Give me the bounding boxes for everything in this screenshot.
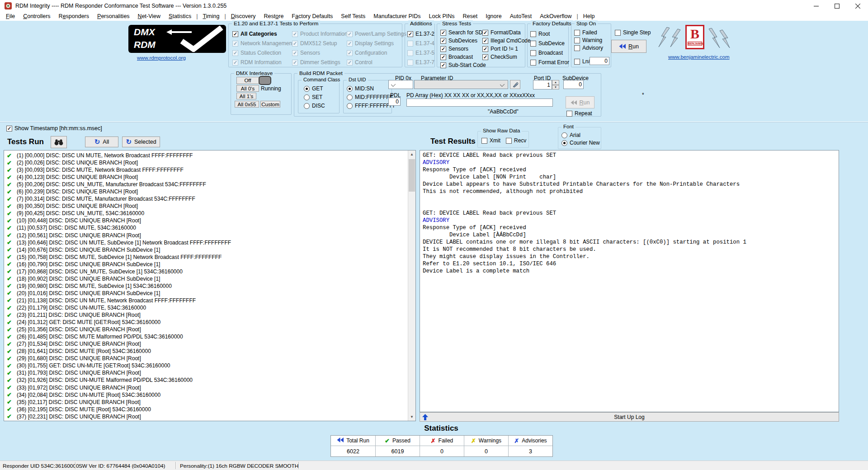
test-run-row[interactable]: ✔(12) [00,561] DISC: DISC UNIQUE BRANCH … [4,232,407,239]
test-run-row[interactable]: ✔(1) [00,000] DISC: DISC UN MUTE, Networ… [4,152,407,159]
menu-self-tests[interactable]: Self Tests [337,12,369,20]
checkbox-dmx512-setup[interactable]: ✓DMX512 Setup [292,40,348,47]
find-button[interactable] [51,136,67,148]
close-button[interactable] [847,0,868,12]
menu-ackoverflow[interactable]: AckOverflow [536,12,576,20]
test-run-row[interactable]: ✔(17) [00,868] DISC: DISC UN_MUTE, SubDe… [4,268,407,275]
test-run-row[interactable]: ✔(29) [01,680] DISC: DISC UNIQUE BRANCH … [4,355,407,362]
test-run-row[interactable]: ✔(16) [00,790] DISC: DISC UNIQUE BRANCH … [4,261,407,268]
test-run-row[interactable]: ✔(24) [01,312] GET: DISC MUTE [GET:Root]… [4,319,407,326]
test-run-row[interactable]: ✔(28) [01,641] DISC: DISC MUTE [Root] 53… [4,348,407,355]
checkbox-sub-start-code[interactable]: ✓Sub-Start Code [440,62,486,68]
radio-courier-new[interactable]: Courier New [561,140,600,146]
test-run-row[interactable]: ✔(10) [00,448] DISC: DISC UNIQUE BRANCH … [4,217,407,224]
test-run-row[interactable]: ✔(4) [00,123] DISC: DISC UNIQUE BRANCH [… [4,174,407,181]
checkbox-product-information[interactable]: ✓Product Information [292,31,348,37]
checkbox-ln[interactable]: Ln# [574,58,591,65]
menu-statistics[interactable]: Statistics [165,12,195,20]
checkbox-e1-37-7[interactable]: E1.37-7 [407,59,434,66]
checkbox-xmit[interactable]: Xmit [481,137,500,144]
port-id-down-arrow[interactable]: ▼ [552,85,559,90]
rerun-all-button[interactable]: ↻ All [85,136,118,147]
menu-lock-pins[interactable]: Lock PINs [425,12,459,20]
test-run-row[interactable]: ✔(36) [02,195] DISC: DISC MUTE [Root] 53… [4,406,407,413]
run-packet-button[interactable]: Run [566,96,594,108]
menu-net-view[interactable]: Net-View [134,12,165,20]
checkbox-format-error[interactable]: Format Error [530,59,569,66]
menu-timing[interactable]: Timing [198,12,223,20]
button-all-0s[interactable]: All 0's [236,85,259,92]
test-run-row[interactable]: ✔(26) [01,485] DISC: DISC MUTE Malformed… [4,333,407,340]
checkbox-illegal-cmdcode[interactable]: ✓Illegal CmdCode [482,38,531,44]
test-run-row[interactable]: ✔(8) [00,350] DISC: DISC UNIQUE BRANCH [… [4,202,407,210]
menu-responders[interactable]: Responders [55,12,93,20]
checkbox-network-management[interactable]: ✓Network Management [232,40,293,47]
button-off[interactable]: Off [236,77,259,84]
checkbox-sensors[interactable]: ✓Sensors [292,50,348,56]
button-all-1s[interactable]: All 1's [236,93,256,99]
checkbox-e1-37-2[interactable]: ✓E1.37-2 [407,31,434,37]
menu-factory-defaults[interactable]: Factory Defaults [288,12,337,20]
test-run-row[interactable]: ✔(31) [01,793] DISC: DISC UNIQUE BRANCH … [4,369,407,376]
checkbox-recv[interactable]: Recv [506,137,526,144]
checkbox-sensors[interactable]: ✓Sensors [440,46,486,52]
test-run-row[interactable]: ✔(33) [01,972] DISC: DISC UNIQUE BRANCH … [4,384,407,391]
rerun-selected-button[interactable]: ↻ Selected [122,136,160,147]
maximize-button[interactable] [826,0,847,12]
radio-disc[interactable]: DISC [304,103,325,109]
test-run-row[interactable]: ✔(5) [00,206] DISC: DISC UN_MUTE, Manufa… [4,181,407,188]
menu-personalities[interactable]: Personalities [93,12,134,20]
menu-autotest[interactable]: AutoTest [506,12,536,20]
test-run-row[interactable]: ✔(18) [00,902] DISC: DISC UNIQUE BRANCH … [4,275,407,282]
scroll-down-arrow[interactable]: ▼ [408,413,415,421]
test-run-row[interactable]: ✔(21) [01,138] DISC: DISC UN MUTE, Netwo… [4,297,407,304]
checkbox-root[interactable]: Root [530,31,569,37]
radio-set[interactable]: SET [304,94,325,100]
menu-help[interactable]: Help [579,12,599,20]
checkbox-e1-37-4[interactable]: E1.37-4 [407,40,434,47]
checkbox-power-lamp-settings[interactable]: ✓Power/Lamp Settings [347,31,406,37]
test-run-row[interactable]: ✔(15) [00,758] DISC: DISC MUTE, SubDevic… [4,254,407,261]
menu-restore[interactable]: Restore [260,12,288,20]
test-run-row[interactable]: ✔(7) [00,314] DISC: DISC MUTE, Manufactu… [4,195,407,202]
checkbox-broadcast[interactable]: Broadcast [530,50,569,56]
pid-picker-button[interactable] [510,80,520,89]
test-run-row[interactable]: ✔(20) [01,016] DISC: DISC UNIQUE BRANCH … [4,290,407,297]
test-run-row[interactable]: ✔(2) [00,026] DISC: DISC UNIQUE BRANCH [… [4,159,407,166]
checkbox-port-id-1[interactable]: ✓Port ID != 1 [482,46,531,52]
minimize-button[interactable] [806,0,826,12]
menu-reset[interactable]: Reset [459,12,482,20]
checkbox-checksum[interactable]: ✓CheckSum [482,54,531,60]
checkbox-broadcast[interactable]: ✓Broadcast [440,54,486,60]
test-run-row[interactable]: ✔(32) [01,926] DISC: DISC UN-MUTE Malfor… [4,376,407,384]
test-run-row[interactable]: ✔(25) [01,356] DISC: DISC UNIQUE BRANCH … [4,326,407,333]
port-id-input[interactable] [533,80,552,89]
tests-scrollbar[interactable]: ▲ ▼ [408,150,415,421]
checkbox-configuration[interactable]: ✓Configuration [347,50,406,56]
test-run-row[interactable]: ✔(19) [00,980] DISC: DISC MUTE, SubDevic… [4,282,407,290]
test-run-row[interactable]: ✔(9) [00,425] DISC: DISC UN_MUTE, 534C:3… [4,210,407,217]
test-run-row[interactable]: ✔(23) [01,211] DISC: DISC UNIQUE BRANCH … [4,311,407,319]
test-run-row[interactable]: ✔(6) [00,239] DISC: DISC UNIQUE BRANCH [… [4,188,407,195]
checkbox-subdevices[interactable]: ✓SubDevices [440,38,486,44]
checkbox-display-settings[interactable]: ✓Display Settings [347,40,406,47]
pid-combo[interactable] [388,80,413,89]
test-run-row[interactable]: ✔(27) [01,534] DISC: DISC UNIQUE BRANCH … [4,340,407,348]
checkbox-control[interactable]: ✓Control [347,59,406,66]
test-run-row[interactable]: ✔(22) [01,179] DISC: DISC UN-MUTE, 534C:… [4,304,407,311]
test-run-row[interactable]: ✔(37) [02,231] DISC: DISC UNIQUE BRANCH … [4,413,407,420]
checkbox-format-data[interactable]: ✓Format/Data [482,29,531,36]
port-id-up-arrow[interactable]: ▲ [552,80,559,85]
radio-arial[interactable]: Arial [561,132,600,138]
checkbox-all-categories[interactable]: ✓All Categories [232,31,293,37]
test-run-row[interactable]: ✔(13) [00,646] DISC: DISC UN MUTE, SubDe… [4,239,407,246]
radio-get[interactable]: GET [304,85,325,92]
menu-controllers[interactable]: Controllers [19,12,54,20]
menu-ignore[interactable]: Ignore [481,12,505,20]
scroll-thumb[interactable] [409,159,415,192]
menu-file[interactable]: File [2,12,19,20]
checkbox-dimmer-settings[interactable]: ✓Dimmer Settings [292,59,348,66]
checkbox-rdm-information[interactable]: ✓RDM Information [232,59,293,66]
test-run-row[interactable]: ✔(34) [02,084] DISC: DISC UN-MUTE [Root]… [4,391,407,399]
test-run-row[interactable]: ✔(11) [00,537] DISC: DISC MUTE, 534C:361… [4,224,407,231]
